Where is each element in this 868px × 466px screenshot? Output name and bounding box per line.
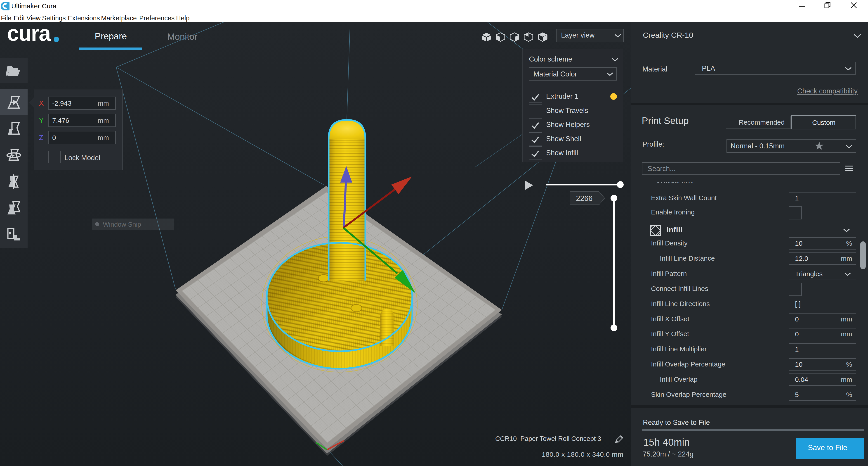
svg-text:2266: 2266: [576, 194, 592, 202]
